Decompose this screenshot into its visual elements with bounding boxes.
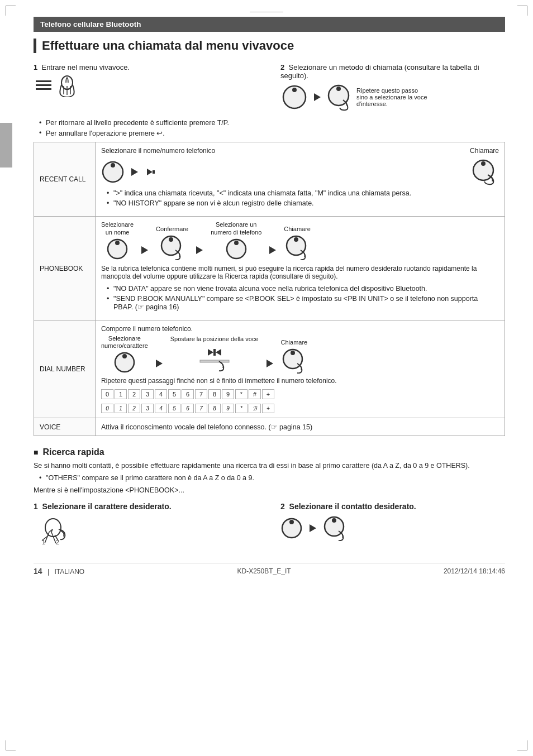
svg-point-26 (122, 354, 127, 358)
step-1: 1 Entrare nel menu vivavoce. (34, 63, 258, 111)
footer-model: KD-X250BT_E_IT (237, 567, 291, 575)
key-9: 9 (222, 389, 234, 399)
step2-note: Ripetere questo passo sino a selezionare… (356, 87, 429, 107)
content-recent-call: Selezionare il nome/numero telefonico Ch… (96, 142, 505, 217)
recent-call-icons (101, 158, 499, 186)
pb-col2: Confermare (156, 226, 188, 260)
key-alt-3: 3 (141, 404, 154, 413)
key-6: 6 (182, 389, 194, 399)
dial-ffrew-icon (198, 344, 231, 372)
table-row-phonebook: PHONEBOOK Selezionareun nome Conferm (34, 217, 505, 320)
svg-rect-14 (153, 170, 155, 174)
top-center-mark (250, 6, 283, 12)
svg-rect-0 (36, 80, 51, 82)
key-star: * (235, 389, 248, 399)
subsection-intro: Se si hanno molti contatti, è possibile … (34, 462, 505, 470)
step1-icons (34, 75, 258, 97)
footer: 14 | ITALIANO KD-X250BT_E_IT 2012/12/14 … (34, 563, 505, 576)
subsection-bullet-list: "OTHERS" compare se il primo carattere n… (39, 474, 505, 482)
key-4: 4 (155, 389, 167, 399)
footer-page: 14 | ITALIANO (34, 567, 84, 576)
key-alt-star: * (235, 404, 248, 413)
main-title: Effettuare una chiamata dal menu vivavoc… (34, 39, 505, 53)
dial-col1: Selezionarenumero/carattere (101, 335, 148, 374)
svg-point-33 (291, 351, 295, 355)
key-alt-0: 0 (101, 404, 113, 413)
key-2: 2 (128, 389, 140, 399)
table-row-dial: DIAL NUMBER Comporre il numero telefonic… (34, 320, 505, 418)
main-table: RECENT CALL Selezionare il nome/numero t… (34, 142, 505, 436)
pb-arrow1 (139, 246, 150, 260)
rc-arrow-icon (131, 168, 138, 176)
content-voice: Attiva il riconoscimento vocale del tele… (96, 418, 505, 436)
pb-knob2-icon (225, 238, 248, 260)
pb-hand1-icon (160, 235, 184, 260)
left-tab (0, 123, 12, 168)
key-alt-7: 7 (195, 404, 207, 413)
key-alt-1: 1 (115, 404, 127, 413)
hand-knob-step2-icon (326, 83, 353, 111)
label-dial: DIAL NUMBER (34, 320, 96, 418)
dial-col2: Spostare la posizione della voce (170, 336, 259, 374)
subsection-while: Mentre si è nell'impostazione <PHONEBOOK… (34, 486, 505, 494)
key-0: 0 (101, 389, 113, 399)
key-5: 5 (168, 389, 180, 399)
key-alt-6: 6 (182, 404, 194, 413)
corner-mark-br (517, 740, 527, 750)
svg-point-12 (111, 163, 115, 168)
svg-point-43 (332, 518, 336, 523)
dial-desc: Comporre il numero telefonico. (101, 325, 499, 333)
svg-rect-1 (36, 84, 51, 86)
menu-icon (34, 78, 54, 94)
sub-step-1: 1 Selezionare il carattere desiderato. 1… (34, 502, 258, 546)
key-alt-2: 2 (128, 404, 140, 413)
rc-call-icon (471, 158, 499, 186)
label-recent-call: RECENT CALL (34, 142, 96, 217)
dial-arrow2 (264, 360, 275, 374)
svg-rect-31 (213, 349, 216, 356)
key-8: 8 (208, 389, 221, 399)
keyboard-row-bottom: 0 1 2 3 4 5 6 7 8 9 * ℬ + (101, 404, 499, 413)
table-row-voice: VOICE Attiva il riconoscimento vocale de… (34, 418, 505, 436)
key-alt-8: 8 (208, 404, 221, 413)
key-hash: # (249, 389, 261, 399)
pb-knob1-icon (106, 238, 129, 260)
steps-row: 1 Entrare nel menu vivavoce. (34, 63, 505, 111)
svg-point-18 (115, 241, 120, 245)
key-alt-b: ℬ (249, 404, 261, 413)
key-alt-9: 9 (222, 404, 234, 413)
dial-repeat-text: Ripetere questi passaggi finché non si è… (101, 377, 499, 385)
svg-marker-13 (147, 169, 153, 175)
svg-point-24 (294, 237, 298, 242)
step1-text: 1 Entrare nel menu vivavoce. (34, 63, 258, 71)
sub-step1-text: 1 Selezionare il carattere desiderato. (34, 502, 258, 511)
dial-ffrew-wrapper (198, 344, 231, 374)
svg-point-41 (289, 520, 294, 524)
dial-col3: Chiamare (281, 339, 308, 374)
sub-hand-icon (323, 515, 348, 541)
page: Telefono cellulare Bluetooth Effettuare … (0, 0, 533, 756)
table-row-recent-call: RECENT CALL Selezionare il nome/numero t… (34, 142, 505, 217)
bullet-list: Per ritornare al livello precedente è su… (39, 119, 505, 137)
sub-step2-text: 2 Selezionare il contatto desiderato. (280, 502, 505, 511)
content-dial: Comporre il numero telefonico. Seleziona… (96, 320, 505, 418)
svg-point-20 (169, 237, 173, 242)
step2-icons: Ripetere questo passo sino a selezionare… (280, 83, 505, 111)
sub-step1-icons: 1 2 (34, 515, 258, 546)
bullet-item-2: Per annullare l'operazione premere ↩. (39, 129, 505, 137)
pb-desc: Se la rubrica telefonica contiene molti … (101, 265, 499, 280)
corner-mark-bl (6, 740, 16, 750)
corner-mark-tr (517, 6, 527, 16)
sub-steps-row: 1 Selezionare il carattere desiderato. 1… (34, 502, 505, 546)
svg-rect-2 (36, 88, 51, 90)
recent-call-bullets: ">" indica una chiamata ricevuta, "<" in… (107, 189, 499, 207)
phonebook-icons-row: Selezionareun nome Confermare (101, 221, 499, 260)
label-voice: VOICE (34, 418, 96, 436)
recent-call-header: Selezionare il nome/numero telefonico Ch… (101, 147, 499, 155)
svg-point-22 (234, 241, 239, 245)
pb-arrow2 (194, 246, 205, 260)
svg-point-38 (45, 519, 61, 537)
pb-col3: Selezionare unnumero di telefono (211, 221, 261, 260)
footer-date: 2012/12/14 18:14:46 (444, 567, 505, 575)
dial-arrow1 (154, 360, 165, 374)
